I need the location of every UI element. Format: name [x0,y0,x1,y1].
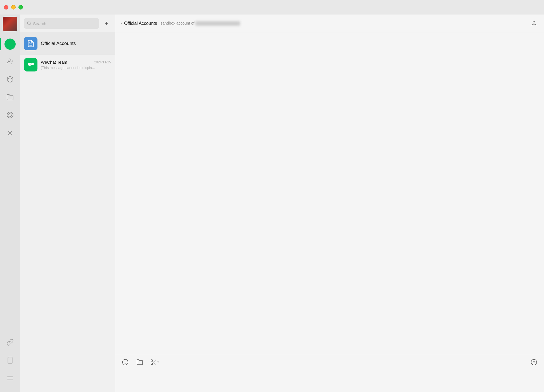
folders-icon [6,94,14,102]
sidebar-item-menu[interactable] [0,370,20,388]
search-icon [27,21,31,26]
svg-line-19 [30,24,31,25]
sidebar-item-contacts[interactable] [0,53,20,71]
svg-point-28 [533,21,535,23]
chat-header-title: Official Accounts [124,21,157,26]
back-button[interactable]: ‹ [121,20,122,26]
scissors-button[interactable]: ▾ [149,357,159,367]
svg-rect-13 [8,357,12,363]
link-icon [6,339,14,347]
svg-point-23 [31,63,34,65]
official-accounts-item[interactable]: Official Accounts [20,32,115,55]
wechat-team-avatar [24,58,37,71]
svg-point-33 [151,363,153,365]
svg-line-35 [154,363,156,364]
official-accounts-icon [24,37,37,50]
traffic-lights [4,5,23,9]
folder-button[interactable] [135,357,145,367]
chat-item-time: 2024/11/25 [94,60,111,64]
svg-point-24 [29,64,29,64]
avatar[interactable] [3,17,17,31]
title-bar [0,0,544,15]
miniapps-icon [6,111,14,120]
chat-input[interactable] [120,372,539,386]
svg-point-27 [33,64,33,64]
emoji-button[interactable] [120,357,130,367]
app-body: + Official Accounts [0,15,544,392]
svg-point-25 [30,64,30,64]
sidebar-item-link[interactable] [0,334,20,352]
icon-nav [0,35,20,142]
list-button[interactable] [529,357,539,367]
search-bar: + [20,15,115,32]
svg-point-29 [122,359,128,365]
svg-line-36 [152,361,153,362]
add-button[interactable]: + [102,19,111,28]
menu-icon [6,374,14,383]
svg-point-26 [31,64,32,64]
search-input-wrapper[interactable] [24,18,99,29]
sidebar-item-mini[interactable] [0,352,20,370]
minimize-button[interactable] [11,5,16,9]
scissors-dropdown-icon: ▾ [157,360,159,364]
messages-area [115,32,544,354]
blurred-account-name [195,21,240,26]
discover-icon [6,76,14,84]
chat-list-panel: + Official Accounts [20,15,115,392]
svg-line-5 [9,112,10,115]
sidebar-item-discover[interactable] [0,71,20,89]
contacts-icon [6,58,14,66]
chat-item-name: WeChat Team [41,60,67,64]
svg-point-0 [8,59,10,61]
chat-area: ‹ Official Accounts sandbox account of [115,15,544,392]
svg-line-8 [10,115,11,118]
svg-point-18 [27,22,30,25]
chat-header-subtitle: sandbox account of [160,21,240,26]
svg-line-6 [8,113,9,116]
sidebar-item-channels[interactable] [0,125,20,142]
profile-button[interactable] [529,19,538,28]
list-item[interactable]: WeChat Team 2024/11/25 [This message can… [20,55,115,75]
chat-item-content: WeChat Team 2024/11/25 [This message can… [41,60,111,70]
chat-header: ‹ Official Accounts sandbox account of [115,15,544,32]
chats-icon [4,39,16,50]
svg-point-32 [151,360,153,361]
icon-sidebar [0,15,20,392]
chat-item-header: WeChat Team 2024/11/25 [41,60,111,64]
mini-icon [6,357,14,365]
channels-icon [6,129,14,138]
official-accounts-label: Official Accounts [41,41,76,46]
search-input[interactable] [33,21,96,26]
bottom-nav [0,334,20,392]
chat-item-preview: [This message cannot be displa... [41,66,111,70]
chat-list: WeChat Team 2024/11/25 [This message can… [20,55,115,392]
chat-input-area [115,370,544,392]
sidebar-item-miniapps[interactable] [0,107,20,125]
maximize-button[interactable] [18,5,23,9]
sidebar-item-folders[interactable] [0,89,20,107]
svg-line-3 [11,114,13,117]
sidebar-item-chats[interactable] [0,35,20,53]
chat-toolbar: ▾ [115,354,544,370]
close-button[interactable] [4,5,8,9]
